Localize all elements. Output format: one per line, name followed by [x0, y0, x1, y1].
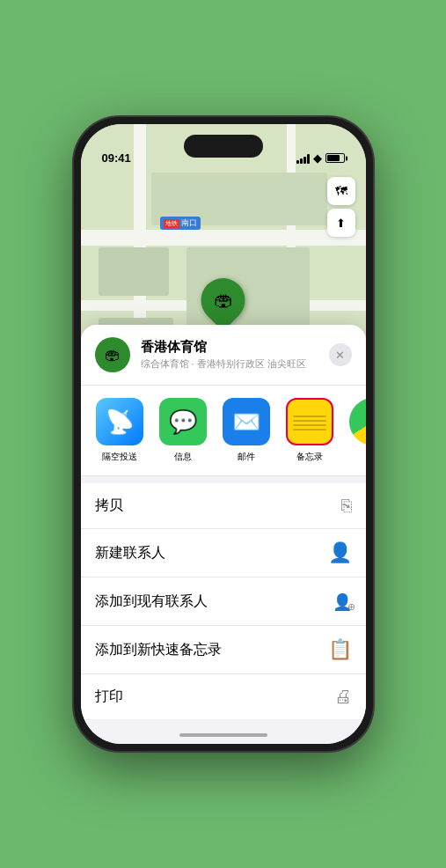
add-notes-icon: 📋 [328, 638, 352, 661]
mail-icon: ✉️ [223, 398, 270, 445]
add-existing-label: 添加到现有联系人 [95, 592, 208, 611]
place-info: 香港体育馆 综合体育馆 · 香港特别行政区 油尖旺区 [141, 339, 318, 371]
action-add-notes[interactable]: 添加到新快速备忘录 📋 [81, 626, 366, 674]
pin-circle: 🏟 [192, 269, 254, 332]
place-icon: 🏟 [95, 337, 130, 372]
map-layers-icon: 🗺 [335, 184, 347, 198]
add-notes-label: 添加到新快速备忘录 [95, 641, 222, 659]
notes-icon [286, 398, 333, 445]
action-new-contact[interactable]: 新建联系人 👤 [81, 529, 366, 577]
place-card: 🏟 香港体育馆 综合体育馆 · 香港特别行政区 油尖旺区 ✕ [81, 325, 366, 386]
share-notes[interactable]: 备忘录 [278, 398, 341, 463]
more-icon [349, 398, 366, 445]
subway-label: 地铁 南口 [160, 217, 201, 230]
close-icon: ✕ [335, 349, 345, 362]
dynamic-island [184, 135, 263, 158]
share-message[interactable]: 💬 信息 [151, 398, 215, 463]
message-icon: 💬 [159, 398, 207, 445]
status-time: 09:41 [102, 151, 131, 165]
copy-label: 拷贝 [95, 497, 123, 515]
print-label: 打印 [95, 688, 123, 706]
action-add-existing[interactable]: 添加到现有联系人 👤⊕ [81, 577, 366, 626]
print-icon: 🖨 [334, 687, 352, 707]
map-layers-button[interactable]: 🗺 [327, 177, 355, 205]
home-indicator [179, 733, 267, 737]
share-airdrop[interactable]: 📡 隔空投送 [88, 398, 151, 463]
map-controls: 🗺 ⬆ [327, 177, 355, 240]
share-row: 📡 隔空投送 💬 信息 ✉️ 邮件 [81, 386, 366, 476]
mail-label: 邮件 [238, 451, 255, 463]
share-more[interactable]: 推 [341, 398, 366, 463]
place-stadium-icon: 🏟 [105, 346, 121, 364]
bottom-sheet: 🏟 香港体育馆 综合体育馆 · 香港特别行政区 油尖旺区 ✕ 📡 隔空投送 [81, 325, 366, 744]
copy-icon: ⎘ [341, 496, 352, 516]
stadium-icon: 🏟 [214, 289, 233, 312]
battery-icon [325, 153, 345, 163]
signal-bars-icon [296, 153, 310, 164]
place-desc: 综合体育馆 · 香港特别行政区 油尖旺区 [141, 357, 318, 371]
action-print[interactable]: 打印 🖨 [81, 674, 366, 719]
location-arrow-icon: ⬆ [336, 217, 346, 230]
action-copy[interactable]: 拷贝 ⎘ [81, 483, 366, 529]
wifi-icon: ◆ [313, 151, 322, 165]
add-existing-icon: 👤⊕ [333, 590, 352, 613]
share-mail[interactable]: ✉️ 邮件 [215, 398, 278, 463]
phone-screen: 09:41 ◆ [81, 124, 366, 744]
new-contact-icon: 👤 [328, 541, 352, 564]
notes-label: 备忘录 [296, 451, 323, 463]
status-icons: ◆ [296, 151, 345, 165]
message-label: 信息 [174, 451, 192, 463]
phone-frame: 09:41 ◆ [74, 117, 373, 751]
location-button[interactable]: ⬆ [327, 209, 355, 237]
action-list: 拷贝 ⎘ 新建联系人 👤 添加到现有联系人 👤⊕ 添加到新快速备忘录 📋 [81, 483, 366, 719]
place-name: 香港体育馆 [141, 339, 318, 356]
airdrop-icon: 📡 [96, 398, 143, 445]
airdrop-label: 隔空投送 [102, 451, 137, 463]
new-contact-label: 新建联系人 [95, 544, 165, 563]
close-button[interactable]: ✕ [329, 343, 352, 366]
